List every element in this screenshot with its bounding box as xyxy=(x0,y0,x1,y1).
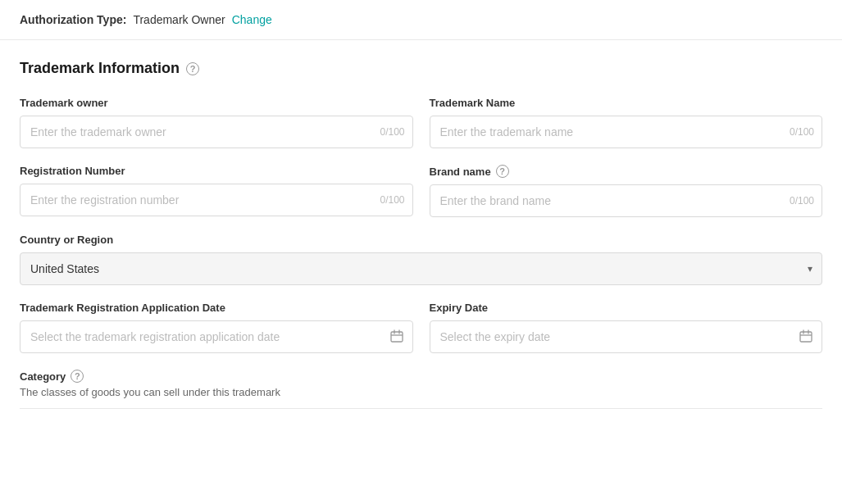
form-row-1: Trademark owner 0/100 Trademark Name 0/1… xyxy=(20,97,822,148)
application-date-wrapper xyxy=(20,320,413,353)
trademark-owner-label: Trademark owner xyxy=(20,97,413,109)
country-region-group: Country or Region United States China Un… xyxy=(20,234,822,285)
section-help-icon[interactable]: ? xyxy=(186,62,199,75)
category-description: The classes of goods you can sell under … xyxy=(20,386,822,398)
category-divider xyxy=(20,408,822,409)
category-label: Category ? xyxy=(20,370,822,383)
expiry-date-group: Expiry Date xyxy=(430,302,823,353)
brand-name-label: Brand name ? xyxy=(430,165,823,178)
country-region-label: Country or Region xyxy=(20,234,822,246)
brand-name-input[interactable] xyxy=(430,184,823,217)
expiry-date-input[interactable] xyxy=(430,320,823,353)
country-region-select-wrapper: United States China United Kingdom Europ… xyxy=(20,252,822,285)
brand-name-help-icon[interactable]: ? xyxy=(496,165,509,178)
trademark-name-input-wrapper: 0/100 xyxy=(430,116,823,148)
form-row-2: Registration Number 0/100 Brand name ? 0… xyxy=(20,165,822,217)
registration-number-input[interactable] xyxy=(20,184,413,216)
brand-name-group: Brand name ? 0/100 xyxy=(430,165,823,217)
trademark-information-title: Trademark Information xyxy=(20,60,180,77)
trademark-name-group: Trademark Name 0/100 xyxy=(430,97,823,148)
category-help-icon[interactable]: ? xyxy=(71,370,84,383)
country-region-form-group: Country or Region United States China Un… xyxy=(20,234,822,285)
form-row-dates: Trademark Registration Application Date xyxy=(20,302,822,353)
trademark-name-label: Trademark Name xyxy=(430,97,823,109)
trademark-owner-input-wrapper: 0/100 xyxy=(20,116,413,148)
registration-number-input-wrapper: 0/100 xyxy=(20,184,413,216)
auth-type-value: Trademark Owner xyxy=(133,13,225,26)
change-link[interactable]: Change xyxy=(232,13,272,26)
trademark-owner-group: Trademark owner 0/100 xyxy=(20,97,413,148)
auth-header: Authorization Type: Trademark Owner Chan… xyxy=(0,0,842,40)
brand-name-input-wrapper: 0/100 xyxy=(430,184,823,217)
main-content: Trademark Information ? Trademark owner … xyxy=(0,40,842,435)
country-region-select[interactable]: United States China United Kingdom Europ… xyxy=(20,252,822,285)
trademark-owner-input[interactable] xyxy=(20,116,413,148)
page-wrapper: Authorization Type: Trademark Owner Chan… xyxy=(0,0,842,504)
application-date-group: Trademark Registration Application Date xyxy=(20,302,413,353)
application-date-label: Trademark Registration Application Date xyxy=(20,302,413,314)
registration-number-label: Registration Number xyxy=(20,165,413,177)
application-date-input[interactable] xyxy=(20,320,413,353)
registration-number-group: Registration Number 0/100 xyxy=(20,165,413,217)
section-title: Trademark Information ? xyxy=(20,60,822,77)
category-section: Category ? The classes of goods you can … xyxy=(20,370,822,409)
expiry-date-label: Expiry Date xyxy=(430,302,823,314)
auth-type-label: Authorization Type: xyxy=(20,13,126,26)
expiry-date-wrapper xyxy=(430,320,823,353)
trademark-name-input[interactable] xyxy=(430,116,823,148)
